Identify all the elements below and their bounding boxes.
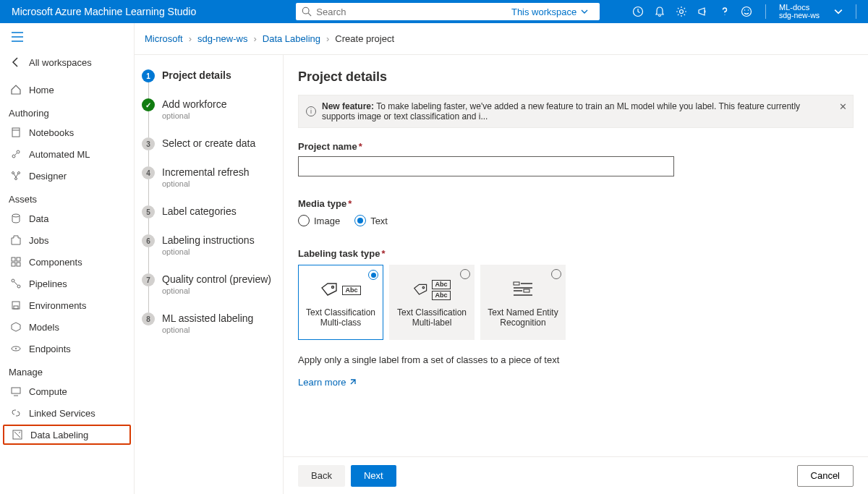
task-description: Apply only a single label from a set of … <box>298 354 854 365</box>
workspace-scope-label: This workspace <box>511 7 576 17</box>
radio-text[interactable]: Text <box>354 215 388 226</box>
svg-point-4 <box>741 7 751 16</box>
breadcrumb: Microsoft › sdg-new-ws › Data Labeling ›… <box>135 23 868 55</box>
radio-icon <box>551 269 561 279</box>
card-title: Text Named Entity <box>488 307 558 318</box>
global-search[interactable]: This workspace <box>296 3 600 20</box>
labeling-icon <box>12 429 23 440</box>
step-quality-control[interactable]: 7 Quality control (preview)optional <box>142 273 276 308</box>
crumb-root[interactable]: Microsoft <box>145 33 183 44</box>
check-icon: ✓ <box>142 98 155 111</box>
nav-designer[interactable]: Designer <box>0 165 134 187</box>
nav-compute[interactable]: Compute <box>0 380 134 402</box>
nav-all-workspaces[interactable]: All workspaces <box>0 51 134 73</box>
compute-icon <box>10 386 22 397</box>
next-button[interactable]: Next <box>351 465 396 487</box>
nav-models[interactable]: Models <box>0 316 134 338</box>
svg-point-0 <box>303 7 310 14</box>
radio-label: Text <box>370 216 388 226</box>
nav-home[interactable]: Home <box>0 79 134 101</box>
app-title: Microsoft Azure Machine Learning Studio <box>6 6 202 17</box>
nav-notebooks[interactable]: Notebooks <box>0 122 134 143</box>
megaphone-icon[interactable] <box>697 6 709 17</box>
nav-label: Notebooks <box>29 127 74 138</box>
svg-rect-34 <box>524 289 529 292</box>
chevron-right-icon: › <box>253 33 256 44</box>
nav-label: Compute <box>29 386 67 397</box>
step-select-data[interactable]: 3 Select or create data <box>142 137 276 162</box>
radio-image[interactable]: Image <box>298 215 340 226</box>
nav-pipelines[interactable]: Pipelines <box>0 273 134 294</box>
clock-icon[interactable] <box>632 6 644 17</box>
chevron-down-icon <box>581 8 588 15</box>
nav-endpoints[interactable]: Endpoints <box>0 338 134 359</box>
step-labeling-instructions[interactable]: 6 Labeling instructionsoptional <box>142 234 276 269</box>
nav-toggle[interactable] <box>0 29 134 51</box>
step-title: ML assisted labeling <box>162 312 253 324</box>
svg-rect-7 <box>12 128 20 137</box>
radio-icon <box>298 215 310 226</box>
field-task-type: Labeling task type* Abc Text Classificat… <box>298 245 854 388</box>
environments-icon <box>10 299 22 311</box>
chevron-down-icon[interactable] <box>834 7 843 16</box>
endpoints-icon <box>10 343 22 354</box>
bell-icon[interactable] <box>654 6 665 17</box>
step-ml-assisted[interactable]: 8 ML assisted labelingoptional <box>142 312 276 347</box>
nav-data[interactable]: Data <box>0 208 134 229</box>
tag-icon: Abc <box>320 277 360 303</box>
svg-point-24 <box>15 348 17 349</box>
search-input[interactable] <box>316 7 509 17</box>
arrow-left-icon <box>10 56 22 68</box>
page-title: Project details <box>298 69 854 85</box>
chevron-right-icon: › <box>189 33 192 44</box>
step-subtitle: optional <box>162 286 271 295</box>
nav-label: Data Labeling <box>30 430 88 440</box>
svg-point-20 <box>17 285 20 288</box>
close-icon[interactable]: ✕ <box>839 101 847 112</box>
svg-rect-16 <box>17 257 20 261</box>
chevron-right-icon: › <box>326 33 329 44</box>
nav-components[interactable]: Components <box>0 251 134 273</box>
svg-point-5 <box>744 9 746 11</box>
nav-environments[interactable]: Environments <box>0 294 134 316</box>
cancel-button[interactable]: Cancel <box>797 465 854 487</box>
nav-automl[interactable]: Automated ML <box>0 143 134 165</box>
card-text-ner[interactable]: Text Named Entity Recognition <box>480 265 566 340</box>
svg-point-10 <box>17 150 20 153</box>
gear-icon[interactable] <box>676 6 687 17</box>
svg-point-9 <box>12 155 15 158</box>
step-add-workforce[interactable]: ✓ Add workforceoptional <box>142 98 276 133</box>
card-subtitle: Multi-label <box>412 318 452 328</box>
card-text-multilabel[interactable]: AbcAbc Text Classification Multi-label <box>389 265 475 340</box>
tenant-picker[interactable]: ML-docs sdg-new-ws <box>776 3 820 20</box>
radio-label: Image <box>314 216 340 226</box>
step-label-categories[interactable]: 5 Label categories <box>142 205 276 230</box>
card-title: Text Classification <box>306 307 375 318</box>
step-number: 3 <box>142 137 155 150</box>
link-label: Learn more <box>298 377 346 388</box>
nav-jobs[interactable]: Jobs <box>0 229 134 251</box>
back-button[interactable]: Back <box>298 465 345 487</box>
crumb-workspace[interactable]: sdg-new-ws <box>197 33 247 44</box>
step-title: Incremental refresh <box>162 166 250 178</box>
nav-linked-services[interactable]: Linked Services <box>0 402 134 424</box>
workspace-scope-dropdown[interactable]: This workspace <box>511 7 594 17</box>
nav-label: All workspaces <box>29 57 92 68</box>
crumb-section[interactable]: Data Labeling <box>263 33 320 44</box>
home-icon <box>10 84 22 95</box>
project-name-input[interactable] <box>298 156 674 176</box>
step-incremental-refresh[interactable]: 4 Incremental refreshoptional <box>142 166 276 201</box>
card-text-multiclass[interactable]: Abc Text Classification Multi-class <box>298 265 383 340</box>
header-actions: ML-docs sdg-new-ws <box>632 3 862 20</box>
left-nav: All workspaces Home Authoring Notebooks … <box>0 23 135 494</box>
help-icon[interactable] <box>719 6 731 17</box>
svg-rect-25 <box>12 388 20 393</box>
step-project-details[interactable]: 1 Project details <box>142 69 276 94</box>
nav-data-labeling[interactable]: Data Labeling <box>3 425 131 445</box>
learn-more-link[interactable]: Learn more <box>298 377 356 388</box>
nav-section-assets: Assets <box>0 187 134 208</box>
step-title: Add workforce <box>162 98 226 110</box>
radio-icon <box>354 215 366 226</box>
banner-text: New feature: To make labeling faster, we… <box>322 101 831 122</box>
smile-icon[interactable] <box>741 6 752 17</box>
